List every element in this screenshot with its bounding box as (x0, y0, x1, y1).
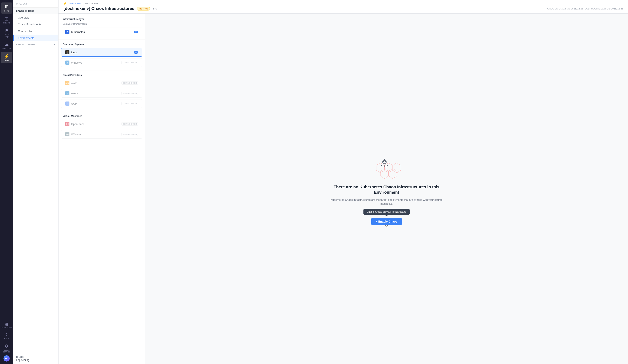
home-icon: ⊞ (5, 4, 8, 9)
infra-type-label: Infrastructure type (59, 18, 145, 23)
chevron-down-icon: ▾ (54, 43, 55, 46)
linux-count: 0 (134, 51, 138, 54)
chaos-nav-icon: ⚡ (64, 2, 67, 5)
infra-item-windows[interactable]: ⊞ Windows COMING SOON (61, 58, 142, 67)
chaos-count-value: 0 (156, 7, 157, 10)
infra-item-left-openstack: OS OpenStack (65, 122, 84, 126)
kubernetes-count: 0 (134, 31, 138, 33)
empty-state: There are no Kubernetes Chaos Infrastruc… (329, 153, 444, 225)
header-row: [doclinuxenv] Chaos Infrastructures Pre-… (64, 6, 623, 13)
sidebar: Project chaos-project › Overview Chaos E… (13, 0, 59, 364)
nav-item-chaos[interactable]: ⚡ Chaos (1, 52, 12, 63)
icon-nav: ⊞ Home ◫ Projects ⚑ Feature Flags ☁ Clou… (0, 0, 13, 364)
infra-item-gcp[interactable]: G GCP COMING SOON (61, 99, 142, 108)
empty-illustration (364, 153, 409, 182)
header-meta: CREATED ON: 24 Mar 2023, 12:25 | LAST MO… (548, 7, 623, 10)
sidebar-footer-label: CHAOS (16, 356, 29, 358)
svg-line-12 (381, 165, 382, 166)
container-orch-label: Container Orchestration (59, 23, 145, 28)
infra-item-left-azure: A Azure (65, 91, 78, 95)
infra-item-left-aws: AWS AWS (65, 81, 77, 85)
nav-account-settings-label: ACCOUNT SETTINGS (2, 349, 11, 353)
infra-item-left-linux: 🐧 Linux (65, 50, 78, 54)
cloud-costs-icon: ☁ (4, 42, 9, 47)
infra-item-azure[interactable]: A Azure COMING SOON (61, 89, 142, 98)
breadcrumb: ⚡ chaos-project › Environments › (64, 0, 623, 6)
project-selector[interactable]: chaos-project › (13, 8, 58, 14)
infra-item-left-vmware: VM VMware (65, 132, 81, 136)
gcp-icon: G (65, 102, 70, 106)
openstack-name: OpenStack (71, 122, 84, 125)
breadcrumb-section: Environments (84, 2, 98, 5)
feature-flags-icon: ⚑ (5, 28, 8, 33)
gcp-name: GCP (71, 102, 77, 105)
nav-item-dashboards[interactable]: ▦ DASHBOARDS (1, 320, 12, 330)
nav-item-cloud-costs[interactable]: ☁ Cloud Costs (1, 40, 12, 51)
windows-icon: ⊞ (65, 61, 70, 65)
infra-item-linux[interactable]: 🐧 Linux 0 (61, 48, 142, 57)
nav-item-home[interactable]: ⊞ Home (1, 2, 12, 14)
infra-item-kubernetes[interactable]: K Kubernetes 0 (61, 28, 142, 36)
sidebar-project-setup[interactable]: PROJECT SETUP ▾ (13, 41, 58, 47)
infra-item-aws[interactable]: AWS AWS COMING SOON (61, 79, 142, 87)
svg-point-7 (383, 161, 384, 162)
nav-item-help[interactable]: ? HELP (1, 331, 12, 341)
gcp-coming-soon: COMING SOON (121, 102, 138, 105)
sidebar-nav: Overview Chaos Experiments ChaosHubs Env… (13, 14, 58, 353)
virtual-machines-label: Virtual Machines (59, 115, 145, 120)
sidebar-footer: CHAOS Engineering (13, 353, 58, 364)
cursor-indicator: ⌥ (385, 224, 388, 228)
header-left: [doclinuxenv] Chaos Infrastructures Pre-… (64, 6, 157, 11)
breadcrumb-sep2: › (100, 2, 100, 5)
created-on-label: CREATED ON: 24 Mar 2023, 12:25 | LAST MO… (548, 7, 623, 10)
aws-name: AWS (71, 81, 77, 85)
sidebar-footer-sub: Engineering (16, 359, 29, 362)
infra-item-vmware[interactable]: VM VMware COMING SOON (61, 130, 142, 139)
aws-coming-soon: COMING SOON (121, 81, 138, 85)
sidebar-item-chaos-experiments[interactable]: Chaos Experiments (13, 21, 58, 28)
azure-name: Azure (71, 92, 78, 95)
cloud-providers-label: Cloud Providers (59, 74, 145, 79)
infra-item-openstack[interactable]: OS OpenStack COMING SOON (61, 120, 142, 128)
left-panel: Infrastructure type Container Orchestrat… (59, 14, 145, 364)
kubernetes-icon: K (65, 30, 70, 34)
enable-chaos-tooltip: Enable Chaos on your infrastructure (363, 209, 410, 215)
user-avatar[interactable]: HL (3, 355, 10, 362)
chaos-count: ⚙ 0 (153, 7, 157, 10)
openstack-icon: OS (65, 122, 70, 126)
breadcrumb-project[interactable]: chaos-project (68, 2, 81, 5)
page-title: [doclinuxenv] Chaos Infrastructures (64, 6, 134, 11)
windows-coming-soon: COMING SOON (121, 61, 138, 64)
nav-item-feature-flags[interactable]: ⚑ Feature Flags (1, 26, 12, 39)
nav-item-account-settings[interactable]: ⚙ ACCOUNT SETTINGS (1, 342, 12, 355)
azure-icon: A (65, 91, 70, 95)
nav-feature-flags-label: Feature Flags (2, 34, 11, 38)
project-selector-arrow: › (55, 9, 55, 12)
svg-rect-6 (383, 161, 386, 164)
sidebar-item-overview[interactable]: Overview (13, 14, 58, 21)
breadcrumb-sep1: › (83, 2, 83, 5)
nav-home-label: Home (4, 10, 9, 12)
chaos-count-icon: ⚙ (153, 7, 155, 10)
divider2 (59, 70, 145, 70)
projects-icon: ◫ (5, 16, 9, 21)
page-header: ⚡ chaos-project › Environments › [doclin… (59, 0, 628, 14)
nav-cloud-costs-label: Cloud Costs (2, 48, 11, 50)
environment-badge: Pre-Prod (137, 7, 150, 10)
svg-point-8 (385, 161, 386, 162)
os-label: Operating System (59, 43, 145, 48)
main-content: ⚡ chaos-project › Environments › [doclin… (59, 0, 628, 364)
openstack-coming-soon: COMING SOON (121, 122, 138, 125)
sidebar-project-label: Project (13, 0, 58, 8)
vmware-coming-soon: COMING SOON (121, 133, 138, 136)
nav-chaos-label: Chaos (4, 60, 9, 61)
linux-name: Linux (71, 51, 78, 54)
body-layout: Infrastructure type Container Orchestrat… (59, 14, 628, 364)
sidebar-item-chaoshubs[interactable]: ChaosHubs (13, 28, 58, 35)
chaos-icon: ⚡ (4, 54, 9, 59)
sidebar-item-environments[interactable]: Environments (13, 35, 58, 41)
nav-item-projects[interactable]: ◫ Projects (1, 14, 12, 26)
azure-coming-soon: COMING SOON (121, 92, 138, 95)
empty-state-description: Kubernetes Chaos Infrastructures are the… (329, 198, 444, 206)
nav-help-label: HELP (4, 337, 9, 340)
